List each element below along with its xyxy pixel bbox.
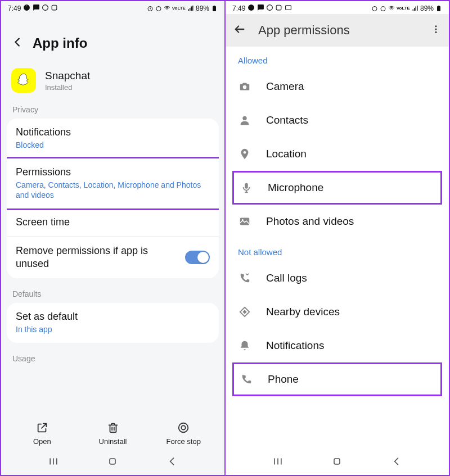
snapchat-icon [11, 68, 36, 93]
signal-icon [187, 5, 194, 12]
svg-rect-25 [334, 459, 340, 464]
nearby-icon [238, 305, 251, 319]
screen-app-permissions: 7:49 VoLTE 89% App permissions [225, 0, 450, 476]
svg-point-12 [372, 7, 377, 11]
page-title: App info [33, 35, 87, 51]
nav-home[interactable] [107, 456, 118, 469]
svg-point-24 [242, 219, 244, 221]
back-button[interactable] [233, 23, 246, 38]
perm-calllogs[interactable]: Call logs [226, 261, 449, 295]
perm-location[interactable]: Location [226, 137, 449, 171]
location-icon [238, 147, 251, 161]
alarm-icon [371, 5, 378, 12]
perm-microphone[interactable]: Microphone [232, 171, 442, 205]
forcestop-label: Force stop [166, 437, 200, 446]
nav-bar [1, 449, 224, 475]
svg-rect-15 [438, 6, 440, 6]
svg-point-17 [435, 29, 437, 30]
svg-point-6 [179, 423, 188, 433]
svg-point-0 [43, 5, 48, 11]
volte-icon: VoLTE [397, 6, 410, 11]
perm-notifications[interactable]: Notifications [226, 329, 449, 362]
perm-phone-label: Phone [268, 373, 299, 386]
screentime-title: Screen time [16, 216, 210, 228]
set-default-row[interactable]: Set as default In this app [7, 303, 219, 342]
permissions-sub: Camera, Contacts, Location, Microphone a… [16, 180, 210, 200]
wifi-icon [164, 5, 170, 12]
alarm-icon [380, 5, 386, 12]
phone-icon [240, 373, 253, 386]
svg-point-21 [244, 151, 246, 154]
nav-recents[interactable] [272, 456, 284, 469]
svg-rect-14 [437, 6, 440, 11]
svg-point-19 [243, 85, 246, 89]
bell-icon [238, 339, 251, 352]
app-header[interactable]: Snapchat Installed [1, 61, 224, 102]
perm-location-label: Location [266, 148, 307, 160]
perm-photos[interactable]: Photos and videos [226, 205, 449, 238]
microphone-icon [240, 181, 253, 194]
nav-back[interactable] [166, 456, 178, 469]
status-notif-icons [23, 4, 58, 13]
perm-camera[interactable]: Camera [226, 70, 449, 103]
svg-point-16 [435, 25, 437, 27]
svg-point-13 [381, 7, 385, 11]
perm-camera-label: Camera [266, 80, 304, 93]
trash-icon [107, 421, 119, 434]
defaults-card: Set as default In this app [7, 303, 219, 342]
notallowed-label: Not allowed [226, 238, 449, 261]
nav-back[interactable] [391, 456, 402, 469]
svg-rect-5 [214, 6, 215, 6]
contacts-icon [238, 114, 251, 127]
remove-permissions-title: Remove permissions if app is unused [16, 244, 185, 271]
battery-text: 89% [196, 4, 209, 12]
usage-section-label: Usage [1, 351, 224, 368]
menu-button[interactable] [431, 24, 441, 37]
wifi-icon [388, 5, 395, 12]
app-name: Snapchat [45, 70, 90, 82]
volte-icon: VoLTE [172, 6, 186, 11]
photos-icon [238, 215, 251, 228]
svg-rect-4 [213, 6, 216, 11]
notifications-title: Notifications [16, 126, 210, 138]
signal-icon [412, 5, 418, 12]
svg-rect-1 [52, 5, 57, 10]
set-default-title: Set as default [16, 311, 210, 323]
battery-icon [435, 5, 442, 12]
app-install-status: Installed [45, 83, 90, 92]
back-button[interactable] [11, 36, 24, 51]
open-label: Open [33, 437, 51, 446]
header: App info [1, 14, 224, 61]
open-button[interactable]: Open [7, 421, 78, 446]
forcestop-button[interactable]: Force stop [148, 421, 219, 446]
open-icon [36, 421, 48, 434]
screentime-row[interactable]: Screen time [7, 208, 219, 237]
svg-rect-11 [285, 6, 291, 10]
allowed-label: Allowed [226, 47, 449, 70]
perm-nearby[interactable]: Nearby devices [226, 295, 449, 329]
permissions-row[interactable]: Permissions Camera, Contacts, Location, … [7, 157, 219, 210]
screen-app-info: 7:49 VoLTE 89% App info S [0, 0, 225, 476]
svg-rect-10 [277, 5, 282, 10]
svg-point-18 [435, 31, 437, 33]
nav-home[interactable] [331, 456, 343, 469]
svg-point-3 [156, 7, 161, 11]
perm-phone[interactable]: Phone [232, 362, 442, 396]
header: App permissions [226, 14, 449, 47]
remove-permissions-toggle[interactable] [185, 251, 210, 264]
status-notif-icons [248, 4, 291, 13]
battery-icon [211, 5, 218, 12]
page-title: App permissions [258, 23, 418, 38]
permissions-title: Permissions [16, 166, 210, 178]
perm-contacts-label: Contacts [266, 114, 308, 126]
alarm-icon [147, 5, 154, 12]
alarm-icon [155, 5, 162, 12]
status-bar: 7:49 VoLTE 89% [226, 1, 449, 14]
set-default-sub: In this app [16, 324, 210, 334]
nav-recents[interactable] [48, 456, 59, 469]
uninstall-button[interactable]: Uninstall [78, 421, 148, 446]
perm-contacts[interactable]: Contacts [226, 103, 449, 137]
notifications-row[interactable]: Notifications Blocked [7, 119, 219, 158]
svg-point-20 [242, 116, 246, 120]
remove-permissions-row[interactable]: Remove permissions if app is unused [7, 237, 219, 279]
